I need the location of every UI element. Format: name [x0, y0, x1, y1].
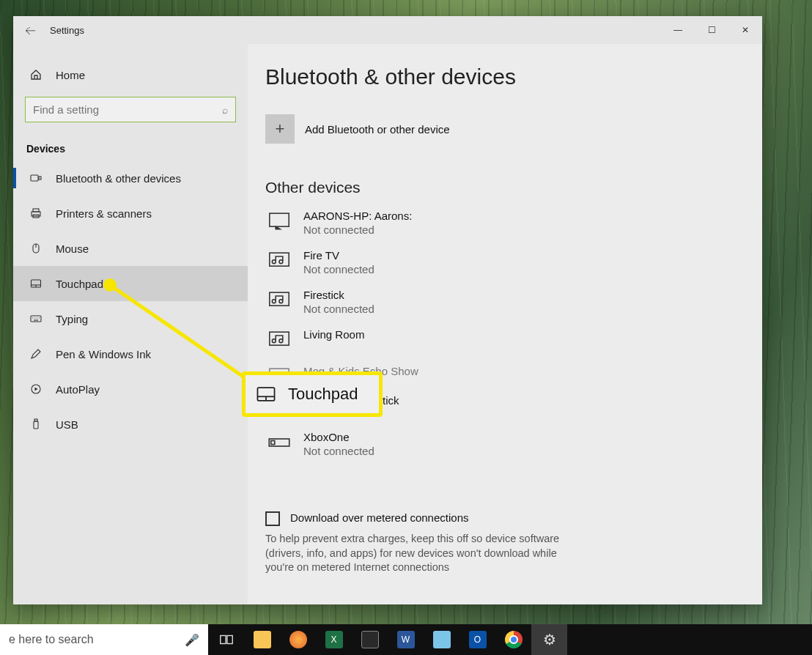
- window-title: Settings: [47, 25, 84, 36]
- taskbar-search-text: e here to search: [9, 633, 185, 646]
- device-name: Fire TV: [303, 249, 374, 262]
- device-media-icon: [265, 249, 293, 273]
- sidebar-item-label: Touchpad: [56, 278, 103, 290]
- device-row[interactable]: AARONS-HP: Aarons: Not connected: [265, 210, 762, 236]
- search-box[interactable]: ⌕: [25, 97, 236, 122]
- device-name: AARONS-HP: Aarons:: [303, 210, 412, 222]
- taskbar-notes[interactable]: [424, 624, 459, 655]
- taskbar-settings[interactable]: ⚙: [531, 624, 567, 655]
- svg-rect-26: [270, 332, 289, 345]
- minimize-icon: ―: [673, 25, 682, 35]
- device-status: Not connected: [303, 445, 374, 457]
- taskbar-word[interactable]: W: [388, 624, 424, 655]
- metered-checkbox-label: Download over metered connections: [290, 511, 468, 524]
- taskbar-excel[interactable]: X: [316, 624, 352, 655]
- search-input[interactable]: [33, 103, 222, 116]
- sidebar-item-typing[interactable]: Typing: [13, 301, 248, 336]
- annotation-dot: [103, 278, 117, 292]
- taskbar-file-explorer[interactable]: [244, 624, 280, 655]
- usb-icon: [29, 418, 43, 431]
- taskbar: e here to search 🎤 X W O ⚙: [0, 624, 812, 655]
- taskbar-firefox[interactable]: [280, 624, 316, 655]
- taskbar-outlook[interactable]: O: [459, 624, 495, 655]
- microphone-icon[interactable]: 🎤: [185, 633, 199, 647]
- annotation-callout: Touchpad: [242, 371, 383, 417]
- maximize-icon: ☐: [708, 25, 716, 35]
- metered-help-text: To help prevent extra charges, keep this…: [265, 532, 573, 575]
- sidebar-item-touchpad[interactable]: Touchpad: [13, 266, 248, 301]
- sidebar-home[interactable]: Home: [13, 57, 248, 92]
- sidebar-item-bluetooth[interactable]: Bluetooth & other devices: [13, 160, 248, 196]
- titlebar: 🡠 Settings ― ☐ ✕: [13, 16, 762, 44]
- svg-rect-0: [31, 175, 38, 181]
- search-icon: ⌕: [222, 104, 228, 116]
- printer-icon: [29, 207, 43, 220]
- device-status: Not connected: [303, 303, 374, 315]
- sidebar: Home ⌕ Devices Bluetooth & other devices: [13, 44, 248, 604]
- sidebar-item-label: Mouse: [56, 243, 89, 255]
- svg-rect-10: [31, 316, 41, 322]
- touchpad-icon: [29, 277, 43, 290]
- page-title: Bluetooth & other devices: [265, 64, 762, 89]
- device-row[interactable]: Firestick Not connected: [265, 289, 762, 315]
- svg-rect-19: [270, 213, 289, 226]
- main-panel: Bluetooth & other devices + Add Bluetoot…: [248, 44, 762, 604]
- device-name: XboxOne: [303, 431, 374, 443]
- device-media-icon: [265, 289, 293, 312]
- home-icon: [29, 68, 43, 81]
- svg-rect-17: [34, 421, 38, 429]
- other-devices-header: Other devices: [265, 179, 762, 196]
- firefox-icon: [289, 631, 307, 648]
- close-icon: ✕: [742, 25, 749, 35]
- add-device-label: Add Bluetooth or other device: [305, 123, 450, 136]
- word-icon: W: [397, 631, 415, 648]
- sidebar-item-mouse[interactable]: Mouse: [13, 231, 248, 266]
- device-status: Not connected: [303, 263, 374, 275]
- sidebar-item-label: USB: [56, 418, 78, 431]
- bluetooth-icon: [29, 171, 43, 185]
- svg-rect-33: [271, 441, 275, 445]
- sidebar-item-printers[interactable]: Printers & scanners: [13, 196, 248, 231]
- svg-rect-3: [33, 209, 39, 212]
- maximize-button[interactable]: ☐: [695, 16, 728, 44]
- sidebar-item-pen[interactable]: Pen & Windows Ink: [13, 336, 248, 371]
- add-device-button[interactable]: + Add Bluetooth or other device: [265, 114, 762, 144]
- search-container: ⌕: [13, 92, 248, 122]
- device-status: Not connected: [303, 223, 412, 236]
- device-row[interactable]: XboxOne Not connected: [265, 431, 762, 457]
- content-area: Home ⌕ Devices Bluetooth & other devices: [13, 44, 762, 604]
- outlook-icon: O: [469, 631, 487, 648]
- svg-rect-1: [39, 177, 41, 180]
- minimize-button[interactable]: ―: [661, 16, 695, 44]
- sidebar-item-label: Pen & Windows Ink: [56, 348, 151, 360]
- sidebar-home-label: Home: [56, 69, 85, 81]
- metered-checkbox[interactable]: [265, 511, 280, 526]
- sidebar-item-label: Printers & scanners: [56, 207, 152, 220]
- taskbar-chrome[interactable]: [495, 624, 531, 655]
- excel-icon: X: [325, 631, 343, 648]
- sidebar-item-autoplay[interactable]: AutoPlay: [13, 371, 248, 407]
- device-row[interactable]: Living Room: [265, 328, 762, 352]
- notes-icon: [433, 631, 451, 648]
- back-button[interactable]: 🡠: [13, 24, 47, 37]
- svg-rect-38: [220, 636, 225, 644]
- sidebar-item-label: Typing: [56, 313, 88, 325]
- device-cast-icon: [265, 210, 293, 233]
- plus-icon: +: [265, 114, 295, 144]
- keyboard-icon: [29, 312, 43, 325]
- annotation-label: Touchpad: [288, 385, 358, 404]
- close-button[interactable]: ✕: [728, 16, 762, 44]
- sidebar-item-label: AutoPlay: [56, 383, 100, 396]
- sidebar-item-label: Bluetooth & other devices: [56, 172, 181, 185]
- taskbar-snagit[interactable]: [352, 624, 388, 655]
- metered-section: Download over metered connections: [265, 511, 762, 526]
- sidebar-section-label: Devices: [13, 122, 248, 160]
- file-explorer-icon: [254, 631, 271, 648]
- sidebar-item-usb[interactable]: USB: [13, 407, 248, 442]
- device-name: Living Room: [303, 328, 364, 341]
- device-row[interactable]: Fire TV Not connected: [265, 249, 762, 275]
- touchpad-icon: [256, 386, 276, 402]
- taskbar-search[interactable]: e here to search 🎤: [0, 624, 208, 655]
- taskbar-task-view[interactable]: [208, 624, 244, 655]
- svg-rect-39: [226, 636, 232, 644]
